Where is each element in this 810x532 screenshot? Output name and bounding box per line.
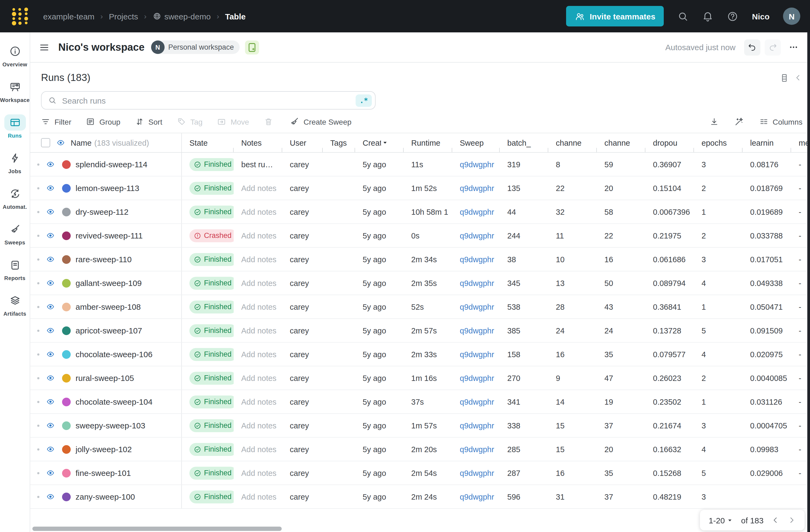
run-name-link[interactable]: rare-sweep-110 (76, 255, 132, 264)
breadcrumb-team[interactable]: example-team (43, 12, 94, 21)
drag-handle[interactable] (37, 306, 39, 308)
table-row[interactable]: amber-sweep-108FinishedAdd notescarey5y … (30, 295, 810, 319)
visibility-eye-icon[interactable] (45, 326, 55, 335)
horizontal-scrollbar-thumb[interactable] (32, 527, 282, 531)
workspace-sparkle-doc-icon[interactable] (245, 40, 259, 54)
table-row[interactable]: fine-sweep-101FinishedAdd notescarey5y a… (30, 461, 810, 485)
run-name-link[interactable]: rural-sweep-105 (76, 373, 134, 383)
group-button[interactable]: Group (86, 117, 120, 126)
magic-wand-button[interactable] (734, 116, 744, 127)
run-name-link[interactable]: jolly-sweep-102 (76, 445, 132, 454)
breadcrumb-project[interactable]: sweep-demo (152, 12, 211, 21)
column-header-user[interactable]: User (282, 133, 323, 152)
undo-button[interactable] (744, 39, 760, 55)
visibility-eye-icon[interactable] (45, 255, 55, 263)
sweep-link[interactable]: q9dwgphr (452, 319, 500, 342)
notes-cell[interactable]: Add notes (234, 461, 282, 485)
regex-toggle-button[interactable]: .* (356, 94, 372, 107)
visibility-eye-icon[interactable] (45, 398, 55, 406)
page-range-dropdown[interactable]: 1-20 (709, 516, 734, 525)
run-name-link[interactable]: revived-sweep-111 (76, 231, 143, 240)
next-page-button[interactable] (787, 516, 796, 525)
drag-handle[interactable] (37, 258, 39, 260)
table-row[interactable]: rural-sweep-105FinishedAdd notescarey5y … (30, 366, 810, 390)
columns-button[interactable]: Columns (759, 117, 803, 126)
sweep-link[interactable]: q9dwgphr (452, 461, 500, 485)
sort-button[interactable]: Sort (135, 117, 162, 126)
table-row[interactable]: lemon-sweep-113FinishedAdd notescarey5y … (30, 176, 810, 200)
sidebar-item-reports[interactable]: Reports (1, 257, 29, 281)
table-row[interactable]: chocolate-sweep-106FinishedAdd notescare… (30, 343, 810, 366)
drag-handle[interactable] (37, 235, 39, 237)
sweep-link[interactable]: q9dwgphr (452, 200, 500, 223)
sweep-link[interactable]: q9dwgphr (452, 248, 500, 271)
drag-handle[interactable] (37, 377, 39, 379)
notes-cell[interactable]: Add notes (234, 295, 282, 318)
run-name-link[interactable]: chocolate-sweep-104 (76, 397, 152, 406)
notes-cell[interactable]: Add notes (234, 248, 282, 271)
visibility-eye-icon[interactable] (45, 374, 55, 382)
sweep-link[interactable]: q9dwgphr (452, 438, 500, 461)
visibility-eye-icon[interactable] (45, 493, 55, 501)
sidebar-item-workspace[interactable]: Workspace (1, 79, 29, 103)
run-name-link[interactable]: amber-sweep-108 (76, 302, 141, 311)
run-name-link[interactable]: dry-sweep-112 (76, 207, 128, 216)
notes-cell[interactable]: Add notes (234, 271, 282, 295)
column-header-state[interactable]: State (182, 133, 234, 152)
drag-handle[interactable] (37, 401, 39, 403)
invite-teammates-button[interactable]: Invite teammates (566, 6, 664, 27)
export-download-button[interactable] (710, 117, 719, 126)
column-header-channe[interactable]: channe (548, 133, 597, 152)
run-name-link[interactable]: apricot-sweep-107 (76, 326, 142, 335)
drag-handle[interactable] (37, 448, 39, 450)
table-row[interactable]: chocolate-sweep-104FinishedAdd notescare… (30, 390, 810, 414)
sweep-link[interactable]: q9dwgphr (452, 176, 500, 200)
notes-cell[interactable]: Add notes (234, 390, 282, 413)
visibility-eye-icon[interactable] (55, 139, 66, 147)
visibility-eye-icon[interactable] (45, 421, 55, 430)
column-header-epochs[interactable]: epochs (694, 133, 743, 152)
sidebar-item-jobs[interactable]: Jobs (1, 150, 29, 174)
sweep-link[interactable]: q9dwgphr (452, 153, 500, 176)
sweep-link[interactable]: q9dwgphr (452, 414, 500, 437)
visibility-eye-icon[interactable] (45, 445, 55, 453)
sweep-link[interactable]: q9dwgphr (452, 295, 500, 318)
run-name-link[interactable]: gallant-sweep-109 (76, 278, 142, 288)
table-row[interactable]: rare-sweep-110FinishedAdd notescarey5y a… (30, 248, 810, 271)
table-row[interactable]: dry-sweep-112FinishedAdd notescarey5y ag… (30, 200, 810, 224)
drag-handle[interactable] (37, 282, 39, 284)
name-column-header[interactable]: Name (71, 139, 92, 147)
visibility-eye-icon[interactable] (45, 231, 55, 240)
create-sweep-button[interactable]: Create Sweep (289, 116, 351, 127)
drag-handle[interactable] (37, 472, 39, 474)
search-runs-input[interactable] (61, 95, 356, 106)
sweep-link[interactable]: q9dwgphr (452, 366, 500, 390)
visibility-eye-icon[interactable] (45, 160, 55, 168)
sidebar-item-runs[interactable]: Runs (1, 114, 29, 139)
move-button[interactable]: Move (217, 117, 249, 126)
notes-cell[interactable]: Add notes (234, 485, 282, 508)
drag-handle[interactable] (37, 496, 39, 498)
column-header-created[interactable]: Created (355, 133, 404, 152)
notes-cell[interactable]: Add notes (234, 224, 282, 247)
sidebar-item-artifacts[interactable]: Artifacts (1, 292, 29, 317)
run-name-link[interactable]: zany-sweep-100 (76, 492, 135, 501)
column-header-dropou[interactable]: dropou (645, 133, 694, 152)
notes-cell[interactable]: Add notes (234, 366, 282, 390)
notes-cell[interactable]: Add notes (234, 343, 282, 366)
search-icon[interactable] (678, 11, 689, 22)
drag-handle[interactable] (37, 353, 39, 355)
column-header-tags[interactable]: Tags (323, 133, 355, 152)
table-row[interactable]: apricot-sweep-107FinishedAdd notescarey5… (30, 319, 810, 343)
sweep-link[interactable]: q9dwgphr (452, 390, 500, 413)
delete-button[interactable] (264, 117, 273, 126)
run-name-link[interactable]: splendid-sweep-114 (76, 160, 147, 169)
column-header-notes[interactable]: Notes (234, 133, 282, 152)
visibility-eye-icon[interactable] (45, 208, 55, 216)
sweep-link[interactable]: q9dwgphr (452, 271, 500, 295)
notes-cell[interactable]: Add notes (234, 200, 282, 223)
notes-cell[interactable]: Add notes (234, 176, 282, 200)
tag-button[interactable]: Tag (177, 117, 202, 126)
drag-handle[interactable] (37, 163, 39, 165)
avatar[interactable]: N (783, 7, 800, 25)
